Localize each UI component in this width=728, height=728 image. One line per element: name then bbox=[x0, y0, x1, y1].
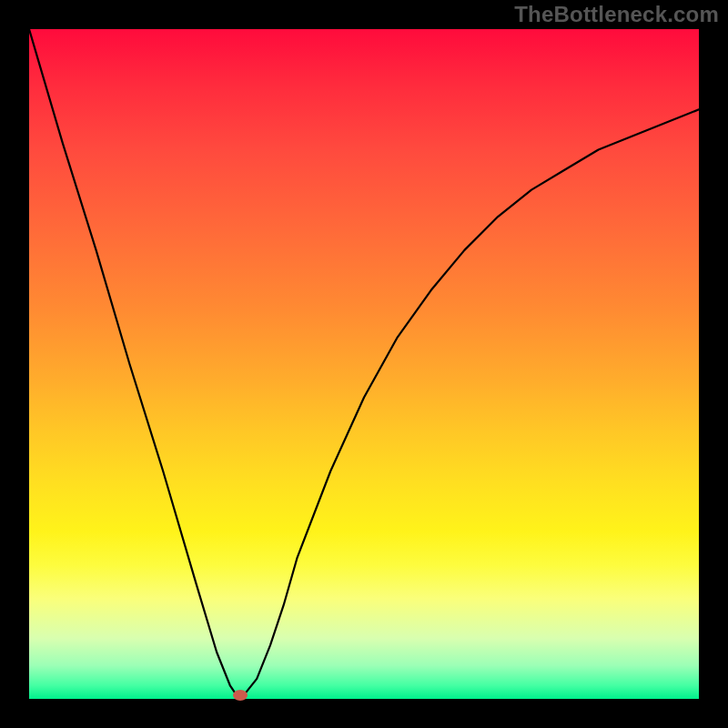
curve-svg bbox=[29, 29, 699, 699]
watermark-text: TheBottleneck.com bbox=[514, 2, 719, 27]
plot-area bbox=[29, 29, 699, 699]
bottleneck-curve bbox=[29, 29, 699, 695]
chart-frame: TheBottleneck.com bbox=[0, 0, 728, 728]
minimum-marker bbox=[233, 690, 248, 701]
